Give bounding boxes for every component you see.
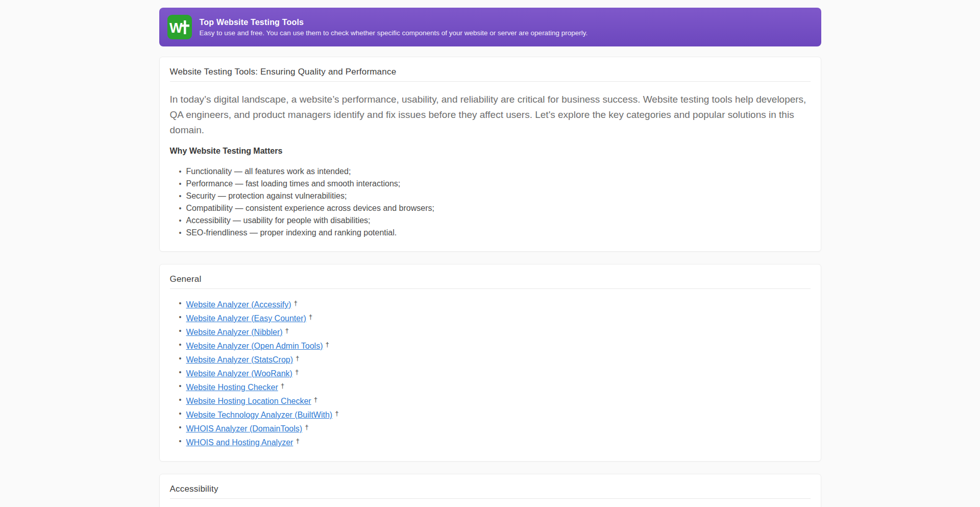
dagger-mark: † bbox=[309, 313, 313, 321]
link-website-analyzer-accessify[interactable]: Website Analyzer (Accessify) bbox=[186, 300, 291, 309]
link-website-analyzer-open-admin-tools[interactable]: Website Analyzer (Open Admin Tools) bbox=[186, 342, 323, 350]
link-website-hosting-checker[interactable]: Website Hosting Checker bbox=[186, 383, 278, 392]
testing-matters-list: Functionality — all features work as int… bbox=[170, 165, 811, 239]
list-item: WHOIS Analyzer (DomainTools)† bbox=[179, 421, 811, 435]
why-testing-matters-heading: Why Website Testing Matters bbox=[170, 146, 811, 156]
link-whois-analyzer-domaintools[interactable]: WHOIS Analyzer (DomainTools) bbox=[186, 424, 303, 433]
intro-heading: Website Testing Tools: Ensuring Quality … bbox=[170, 66, 811, 78]
list-item: Website Analyzer (Open Admin Tools)† bbox=[179, 339, 811, 352]
list-item: Website Analyzer (Accessify)† bbox=[179, 297, 811, 311]
link-whois-and-hosting-analyzer[interactable]: WHOIS and Hosting Analyzer bbox=[186, 438, 293, 447]
divider bbox=[170, 498, 811, 499]
link-website-technology-analyzer-builtwith[interactable]: Website Technology Analyzer (BuiltWith) bbox=[186, 411, 333, 419]
dagger-mark: † bbox=[294, 299, 298, 307]
dagger-mark: † bbox=[295, 368, 299, 376]
dagger-mark: † bbox=[305, 423, 309, 431]
dagger-mark: † bbox=[296, 437, 300, 445]
wt-logo-icon: W bbox=[167, 15, 192, 39]
dagger-mark: † bbox=[285, 327, 289, 334]
banner-text-block: Top Website Testing Tools Easy to use an… bbox=[200, 18, 588, 37]
general-section-card: General Website Analyzer (Accessify)† We… bbox=[159, 264, 821, 462]
logo-letter-w: W bbox=[169, 20, 183, 36]
link-website-hosting-location-checker[interactable]: Website Hosting Location Checker bbox=[186, 397, 311, 405]
header-banner: W Top Website Testing Tools Easy to use … bbox=[159, 8, 821, 46]
list-item: Website Analyzer (Easy Counter)† bbox=[179, 311, 811, 325]
divider bbox=[170, 81, 811, 82]
general-link-list: Website Analyzer (Accessify)† Website An… bbox=[170, 297, 811, 449]
list-item: Functionality — all features work as int… bbox=[179, 165, 811, 178]
list-item: Security — protection against vulnerabil… bbox=[179, 190, 811, 202]
list-item: Website Hosting Checker† bbox=[179, 380, 811, 394]
dagger-mark: † bbox=[296, 354, 300, 362]
intro-paragraph: In today’s digital landscape, a website’… bbox=[170, 92, 811, 138]
link-website-analyzer-easy-counter[interactable]: Website Analyzer (Easy Counter) bbox=[186, 314, 306, 323]
link-website-analyzer-nibbler[interactable]: Website Analyzer (Nibbler) bbox=[186, 328, 283, 336]
list-item: Performance — fast loading times and smo… bbox=[179, 178, 811, 190]
list-item: SEO-friendliness — proper indexing and r… bbox=[179, 227, 811, 239]
general-heading: General bbox=[170, 274, 811, 285]
list-item: Website Analyzer (Nibbler)† bbox=[179, 325, 811, 339]
dagger-mark: † bbox=[335, 409, 339, 417]
list-item: Website Analyzer (WooRank)† bbox=[179, 366, 811, 380]
accessibility-heading: Accessibility bbox=[170, 484, 811, 495]
link-website-analyzer-statscrop[interactable]: Website Analyzer (StatsCrop) bbox=[186, 355, 293, 364]
intro-card: Website Testing Tools: Ensuring Quality … bbox=[159, 57, 821, 252]
list-item: Website Analyzer (StatsCrop)† bbox=[179, 352, 811, 366]
banner-subtitle: Easy to use and free. You can use them t… bbox=[200, 29, 588, 37]
divider bbox=[170, 288, 811, 289]
list-item: Website Technology Analyzer (BuiltWith)† bbox=[179, 407, 811, 421]
accessibility-section-card: Accessibility Accessibility Checker (Acc… bbox=[159, 474, 821, 507]
dagger-mark: † bbox=[325, 341, 329, 348]
banner-title: Top Website Testing Tools bbox=[200, 18, 588, 27]
dagger-mark: † bbox=[314, 396, 318, 403]
dagger-mark: † bbox=[281, 382, 285, 390]
list-item: Website Hosting Location Checker† bbox=[179, 394, 811, 407]
list-item: WHOIS and Hosting Analyzer† bbox=[179, 435, 811, 449]
list-item: Accessibility — usability for people wit… bbox=[179, 214, 811, 227]
page-container: W Top Website Testing Tools Easy to use … bbox=[159, 0, 821, 507]
link-website-analyzer-woorank[interactable]: Website Analyzer (WooRank) bbox=[186, 369, 292, 378]
list-item: Compatibility — consistent experience ac… bbox=[179, 202, 811, 214]
